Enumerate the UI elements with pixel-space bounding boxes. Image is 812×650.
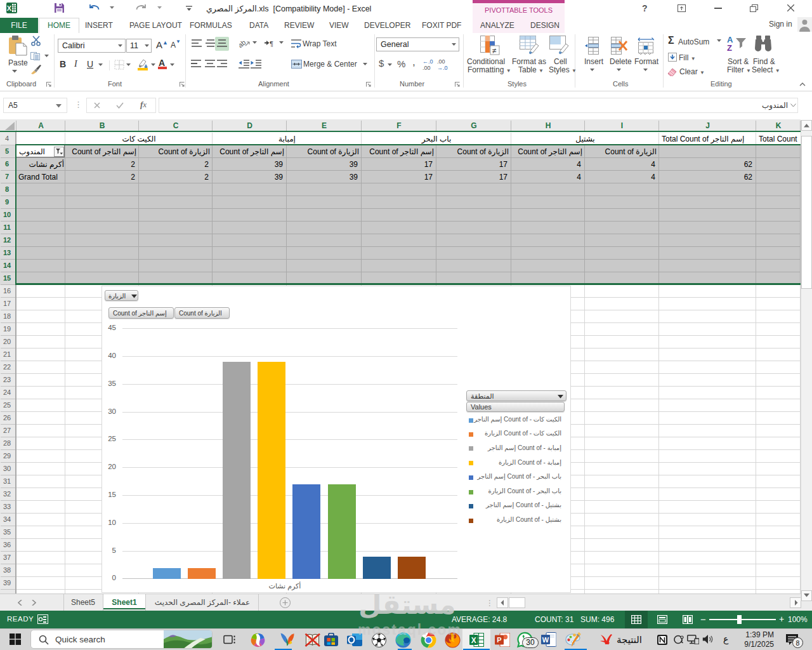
svg-text:¶: ¶	[270, 40, 273, 48]
svg-text:X: X	[471, 636, 476, 645]
svg-text:≠: ≠	[492, 46, 497, 55]
svg-text:X: X	[7, 4, 12, 12]
svg-text:ab: ab	[239, 38, 247, 49]
svg-text:W: W	[542, 636, 549, 644]
svg-text:P: P	[497, 636, 501, 644]
